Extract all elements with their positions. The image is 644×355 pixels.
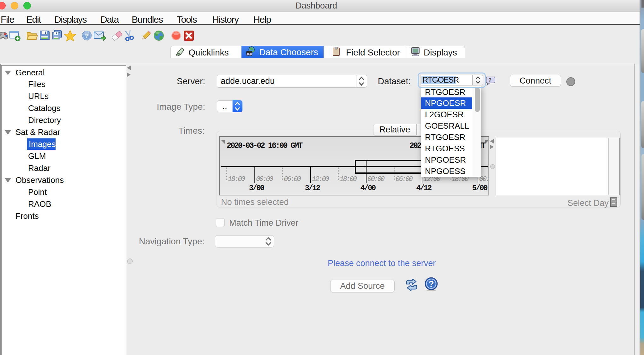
svg-text:?: ?	[428, 279, 434, 289]
svg-text:?: ?	[85, 32, 89, 39]
svg-text:?: ?	[488, 77, 492, 83]
